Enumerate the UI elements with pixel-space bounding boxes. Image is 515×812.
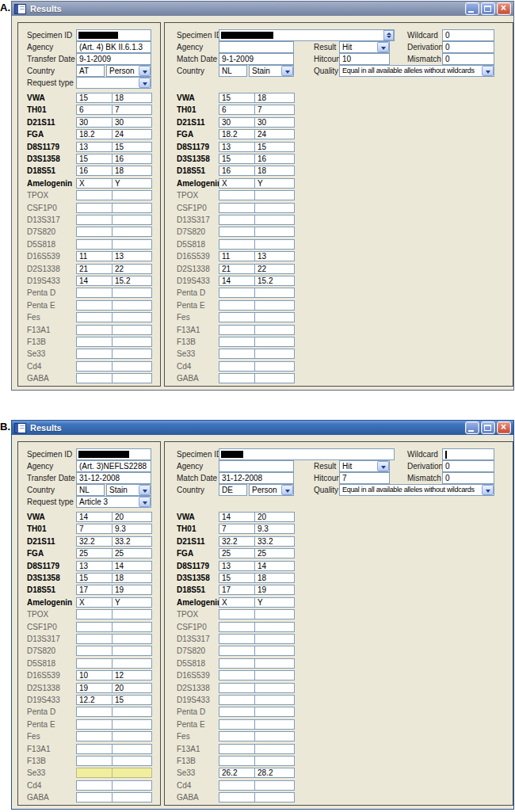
allele-input[interactable] (76, 780, 113, 791)
allele-input[interactable]: 21 (76, 264, 113, 274)
allele-input[interactable] (112, 719, 152, 730)
allele-input[interactable] (254, 312, 295, 322)
allele-input[interactable]: 16 (112, 154, 152, 164)
allele-input[interactable] (254, 792, 295, 802)
allele-input[interactable] (254, 683, 295, 693)
allele-input[interactable] (76, 744, 113, 754)
allele-input[interactable]: 17 (219, 585, 255, 595)
allele-input[interactable] (76, 325, 113, 335)
allele-input[interactable]: 14 (76, 276, 113, 286)
allele-input[interactable] (112, 312, 152, 322)
allele-input[interactable]: 20 (112, 512, 152, 522)
allele-input[interactable]: 15.2 (254, 276, 295, 286)
allele-input[interactable]: 18 (254, 93, 295, 103)
allele-input[interactable]: 6 (219, 105, 255, 115)
allele-input[interactable]: 14 (219, 512, 255, 522)
allele-input[interactable] (112, 190, 152, 200)
derivation-field[interactable]: 0 (442, 41, 494, 53)
allele-input[interactable] (219, 634, 255, 644)
allele-input[interactable] (112, 349, 152, 359)
allele-input[interactable] (254, 695, 295, 705)
allele-input[interactable]: 15.2 (112, 276, 152, 286)
country-code-field[interactable]: NL (76, 484, 105, 496)
allele-input[interactable]: 15 (219, 93, 255, 103)
allele-input[interactable] (219, 744, 255, 754)
allele-input[interactable]: 19 (76, 683, 113, 693)
allele-input[interactable]: 30 (254, 117, 295, 128)
allele-input[interactable] (76, 312, 113, 322)
allele-input[interactable] (76, 646, 113, 656)
allele-input[interactable] (219, 190, 255, 200)
allele-input[interactable]: 30 (76, 117, 113, 128)
allele-input[interactable]: 22 (254, 264, 295, 274)
minimize-button[interactable] (465, 421, 479, 434)
allele-input[interactable]: X (76, 178, 113, 189)
allele-input[interactable] (76, 731, 113, 741)
title-bar[interactable]: Results (12, 421, 513, 435)
allele-input[interactable]: 15 (254, 142, 295, 152)
dropdown-arrow-icon[interactable] (281, 66, 293, 76)
allele-input[interactable]: Y (112, 597, 152, 608)
allele-input[interactable]: 14 (76, 512, 113, 522)
allele-input[interactable]: 24 (254, 129, 295, 139)
allele-input[interactable] (219, 373, 255, 383)
allele-input[interactable]: X (219, 178, 255, 189)
allele-input[interactable]: 10 (76, 670, 113, 680)
allele-input[interactable] (254, 707, 295, 717)
allele-input[interactable]: 16 (76, 166, 113, 176)
allele-input[interactable] (76, 227, 113, 237)
allele-input[interactable] (219, 300, 255, 311)
allele-input[interactable]: 17 (76, 585, 113, 595)
allele-input[interactable]: 33.2 (254, 536, 295, 547)
country-type-select[interactable]: Person (249, 484, 294, 496)
allele-input[interactable] (219, 670, 255, 680)
allele-input[interactable] (112, 622, 152, 632)
dropdown-arrow-icon[interactable] (139, 497, 151, 507)
allele-input[interactable]: 14 (254, 561, 295, 571)
allele-input[interactable] (254, 756, 295, 766)
allele-input[interactable]: 13 (76, 561, 113, 571)
allele-input[interactable]: 15 (219, 573, 255, 583)
allele-input[interactable]: 13 (112, 251, 152, 261)
dropdown-arrow-icon[interactable] (377, 461, 389, 471)
allele-input[interactable]: 32.2 (219, 536, 255, 547)
allele-input[interactable]: 14 (112, 561, 152, 571)
specimen-id-field[interactable] (219, 29, 395, 41)
allele-input[interactable] (112, 337, 152, 347)
derivation-field[interactable]: 0 (442, 460, 494, 472)
allele-input[interactable]: 26.2 (219, 768, 255, 778)
allele-input[interactable] (112, 731, 152, 741)
match-date-field[interactable]: 9-1-2009 (219, 53, 294, 65)
allele-input[interactable]: 15 (112, 695, 152, 705)
allele-input[interactable]: 9.3 (112, 524, 152, 534)
allele-input[interactable] (254, 288, 295, 298)
allele-input[interactable] (112, 780, 152, 791)
allele-input[interactable]: 15 (112, 142, 152, 152)
allele-input[interactable] (254, 215, 295, 225)
allele-input[interactable]: 19 (254, 585, 295, 595)
allele-input[interactable]: 7 (254, 105, 295, 115)
allele-input[interactable]: 28.2 (254, 768, 295, 778)
allele-input[interactable] (219, 312, 255, 322)
allele-input[interactable]: 30 (112, 117, 152, 128)
allele-input[interactable] (112, 768, 152, 778)
allele-input[interactable] (219, 239, 255, 250)
allele-input[interactable]: 16 (254, 154, 295, 164)
allele-input[interactable]: 15 (219, 154, 255, 164)
wildcard-field[interactable] (442, 448, 494, 460)
allele-input[interactable] (254, 609, 295, 619)
hitcount-field[interactable]: 10 (339, 53, 390, 65)
allele-input[interactable]: X (219, 597, 255, 608)
allele-input[interactable] (112, 744, 152, 754)
allele-input[interactable] (254, 227, 295, 237)
allele-input[interactable] (76, 190, 113, 200)
allele-input[interactable] (254, 634, 295, 644)
country-type-select[interactable]: Stain (106, 484, 151, 496)
allele-input[interactable] (219, 337, 255, 347)
allele-input[interactable]: 12 (112, 670, 152, 680)
allele-input[interactable] (76, 756, 113, 766)
allele-input[interactable] (254, 337, 295, 347)
agency-field[interactable]: (Art. 4) BK II.6.1.3 (76, 41, 151, 53)
country-code-field[interactable]: DE (219, 484, 247, 496)
allele-input[interactable]: 9.3 (254, 524, 295, 534)
